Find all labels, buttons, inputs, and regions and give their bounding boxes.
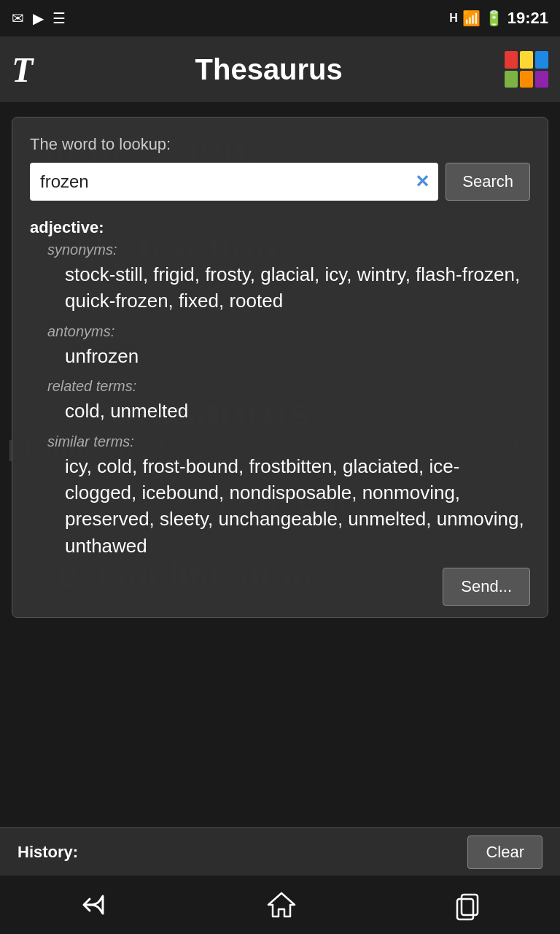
app-title: Thesaurus [33, 53, 505, 86]
history-bar: History: Clear [0, 827, 560, 876]
battery-icon: 🔋 [485, 9, 503, 27]
history-label: History: [18, 843, 78, 862]
status-icons-left: ✉ ▶ ☰ [12, 9, 66, 27]
search-input[interactable] [30, 163, 438, 201]
send-row: Send... [30, 568, 530, 606]
app-logo: T [12, 50, 33, 90]
grid-cell-red [505, 51, 518, 69]
synonyms-content: stock-still, frigid, frosty, glacial, ic… [65, 261, 530, 314]
main-content: The word to lookup: ✕ Search adjective: … [0, 102, 560, 876]
search-input-wrapper: ✕ [30, 163, 438, 201]
svg-rect-0 [462, 895, 478, 915]
app-header: T Thesaurus [0, 36, 560, 102]
similar-label: similar terms: [47, 433, 530, 450]
antonyms-content: unfrozen [65, 343, 530, 369]
clear-history-button[interactable]: Clear [467, 835, 542, 869]
synonyms-label: synonyms: [47, 242, 530, 258]
search-button[interactable]: Search [446, 163, 530, 201]
back-button[interactable] [77, 890, 112, 919]
grid-cell-blue [535, 51, 548, 69]
send-button[interactable]: Send... [443, 568, 530, 606]
time-display: 19:21 [508, 9, 548, 28]
lookup-card: The word to lookup: ✕ Search adjective: … [12, 117, 548, 618]
status-icons-right: H 📶 🔋 19:21 [449, 9, 548, 28]
search-row: ✕ Search [30, 163, 530, 201]
related-label: related terms: [47, 378, 530, 395]
grid-cell-yellow [520, 51, 533, 69]
home-button[interactable] [265, 889, 298, 921]
bottom-nav [0, 876, 560, 934]
grid-icon[interactable] [505, 51, 548, 88]
clear-x-button[interactable]: ✕ [415, 171, 429, 192]
related-content: cold, unmelted [65, 398, 530, 424]
status-bar: ✉ ▶ ☰ H 📶 🔋 19:21 [0, 0, 560, 36]
grid-cell-purple [535, 71, 548, 88]
signal-icon: 📶 [462, 9, 481, 27]
part-of-speech-label: adjective: [30, 218, 530, 237]
recent-apps-button[interactable] [451, 889, 483, 921]
similar-content: icy, cold, frost-bound, frostbitten, gla… [65, 453, 530, 560]
bars-icon: ☰ [52, 9, 66, 27]
grid-cell-green [505, 71, 518, 88]
play-icon: ▶ [33, 9, 44, 27]
svg-rect-1 [457, 899, 473, 919]
antonyms-label: antonyms: [47, 323, 530, 340]
gmail-icon: ✉ [12, 9, 24, 27]
h-label: H [449, 12, 458, 25]
grid-cell-orange [520, 71, 533, 88]
lookup-label: The word to lookup: [30, 135, 530, 154]
